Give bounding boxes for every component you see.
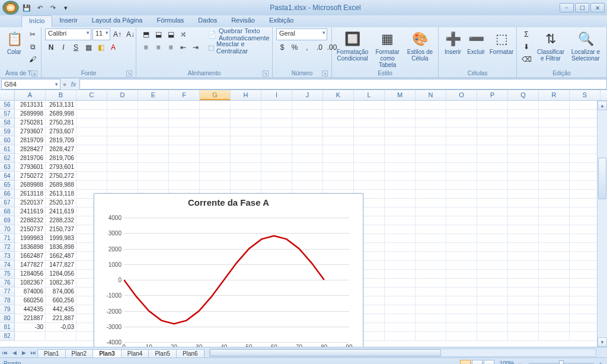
cell[interactable]	[446, 323, 477, 332]
font-color-button[interactable]: A	[107, 41, 119, 53]
align-bottom-button[interactable]: ⬓	[165, 28, 177, 40]
cell[interactable]: 2613131	[15, 101, 46, 110]
italic-button[interactable]: I	[57, 41, 69, 53]
cell[interactable]	[200, 119, 231, 127]
row-header[interactable]: 62	[0, 154, 15, 163]
align-left-button[interactable]: ≡	[140, 41, 152, 53]
cell[interactable]	[446, 234, 477, 243]
sheet-tab[interactable]: Plan5	[148, 349, 177, 357]
cell[interactable]	[508, 288, 539, 296]
cell[interactable]: 221,887	[46, 314, 76, 323]
cell[interactable]	[539, 332, 570, 341]
cell[interactable]	[354, 181, 385, 190]
cell[interactable]	[354, 110, 385, 119]
cell[interactable]	[138, 172, 169, 181]
sheet-nav-first[interactable]: ⏮	[0, 348, 9, 357]
cell[interactable]	[231, 163, 261, 172]
cell[interactable]	[138, 119, 169, 127]
cell[interactable]	[446, 127, 477, 136]
worksheet-grid[interactable]: 5626131312613,1315726899982689,998582750…	[0, 101, 607, 347]
cell[interactable]	[138, 154, 169, 163]
cell[interactable]	[385, 305, 416, 314]
cell[interactable]	[385, 314, 416, 323]
cell[interactable]	[570, 332, 600, 341]
cell[interactable]	[46, 332, 76, 341]
fill-color-button[interactable]: ◧	[95, 41, 107, 53]
ribbon-tab-início[interactable]: Início	[21, 15, 52, 27]
cell[interactable]	[508, 216, 539, 225]
cell[interactable]	[416, 296, 446, 305]
ribbon-tab-revisão[interactable]: Revisão	[224, 15, 262, 27]
cell[interactable]: 660,256	[46, 296, 76, 305]
cell[interactable]	[261, 101, 292, 110]
cell[interactable]	[385, 145, 416, 154]
cell[interactable]	[570, 252, 600, 261]
cell[interactable]	[385, 101, 416, 110]
cell[interactable]	[107, 163, 138, 172]
cell[interactable]	[416, 252, 446, 261]
cell[interactable]	[385, 234, 416, 243]
cell[interactable]	[385, 279, 416, 288]
cell[interactable]	[138, 110, 169, 119]
cell[interactable]: 2150,737	[46, 225, 76, 234]
cell[interactable]	[477, 154, 508, 163]
cell[interactable]	[446, 252, 477, 261]
cell[interactable]	[385, 288, 416, 296]
sheet-nav-last[interactable]: ⏭	[28, 348, 38, 357]
cell[interactable]	[76, 154, 107, 163]
ribbon-tab-fórmulas[interactable]: Fórmulas	[150, 15, 191, 27]
cell[interactable]	[261, 136, 292, 145]
cell[interactable]	[539, 243, 570, 252]
cell[interactable]: 874,006	[46, 288, 76, 296]
cell[interactable]	[570, 154, 600, 163]
cell[interactable]	[477, 101, 508, 110]
cell[interactable]	[169, 181, 200, 190]
cell[interactable]	[385, 207, 416, 216]
cell[interactable]	[570, 296, 600, 305]
cell[interactable]	[508, 261, 539, 270]
paste-button[interactable]: 📋 Colar	[4, 28, 25, 56]
save-button[interactable]: 💾	[21, 2, 32, 13]
row-header[interactable]: 59	[0, 127, 15, 136]
cell[interactable]	[231, 119, 261, 127]
cell[interactable]	[539, 136, 570, 145]
font-launcher[interactable]: ↘	[126, 71, 132, 76]
cell[interactable]: 2750,281	[46, 119, 76, 127]
cell[interactable]	[292, 163, 323, 172]
cell[interactable]	[354, 145, 385, 154]
cell[interactable]	[539, 172, 570, 181]
cell[interactable]	[169, 163, 200, 172]
cell[interactable]	[570, 305, 600, 314]
row-header[interactable]: 80	[0, 314, 15, 323]
column-header[interactable]: G	[200, 90, 231, 100]
cell[interactable]: 221887	[15, 314, 46, 323]
percent-button[interactable]: %	[289, 41, 301, 53]
cell[interactable]	[261, 110, 292, 119]
cell[interactable]	[446, 225, 477, 234]
horizontal-scrollbar[interactable]	[209, 349, 596, 357]
cell[interactable]	[107, 181, 138, 190]
cell[interactable]: 2828427	[15, 145, 46, 154]
cell[interactable]	[570, 110, 600, 119]
cell[interactable]	[539, 207, 570, 216]
cell[interactable]	[76, 136, 107, 145]
cell[interactable]	[508, 314, 539, 323]
row-header[interactable]: 71	[0, 234, 15, 243]
sheet-tab[interactable]: Plan4	[121, 349, 149, 357]
cell[interactable]	[76, 181, 107, 190]
cell[interactable]	[416, 261, 446, 270]
cell[interactable]	[446, 199, 477, 207]
cell[interactable]	[323, 181, 354, 190]
cell[interactable]	[508, 127, 539, 136]
cell[interactable]	[570, 216, 600, 225]
cell[interactable]	[385, 119, 416, 127]
hscroll-thumb[interactable]	[210, 349, 442, 356]
cell[interactable]	[508, 172, 539, 181]
cell[interactable]	[385, 190, 416, 199]
cell[interactable]: 1284056	[15, 270, 46, 279]
cell[interactable]	[323, 163, 354, 172]
column-header[interactable]: B	[46, 90, 76, 100]
cell[interactable]	[539, 127, 570, 136]
cell[interactable]	[138, 145, 169, 154]
cell[interactable]	[570, 288, 600, 296]
